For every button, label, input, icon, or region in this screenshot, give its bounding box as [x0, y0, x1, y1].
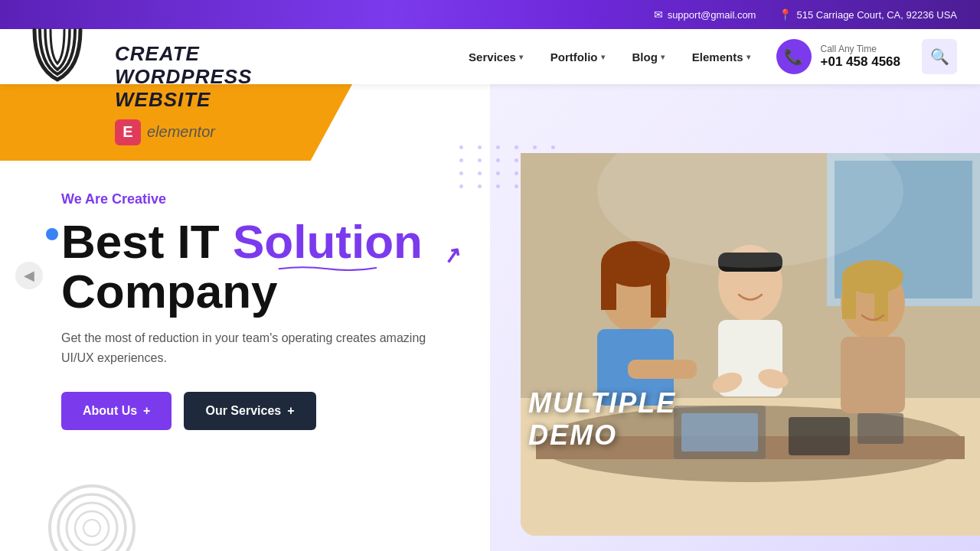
- address-text: 515 Carriage Court, CA, 92236 USA: [796, 9, 957, 21]
- about-plus-icon: +: [143, 404, 150, 418]
- phone-text-block: Call Any Time +01 458 4568: [821, 44, 900, 70]
- svg-rect-10: [601, 264, 616, 310]
- blue-dot-decoration: [46, 228, 58, 240]
- email-address: support@gmail.com: [668, 9, 756, 21]
- hero-title-highlight: Solution ↗: [233, 217, 423, 266]
- nav-blog[interactable]: Blog ▾: [622, 44, 675, 70]
- svg-rect-22: [874, 276, 888, 321]
- elements-chevron-icon: ▾: [746, 53, 750, 61]
- hero-title-part2: Company: [61, 265, 277, 318]
- services-plus-icon: +: [287, 404, 294, 418]
- call-any-time-label: Call Any Time: [821, 44, 900, 54]
- about-us-button[interactable]: About Us +: [61, 392, 172, 430]
- hero-description: Get the most of reduction in your team's…: [61, 328, 429, 367]
- svg-rect-13: [628, 360, 697, 379]
- our-services-button[interactable]: Our Services +: [184, 392, 315, 430]
- banner-title: CREATE WORDPRESS WEBSITE: [115, 43, 322, 112]
- svg-rect-11: [651, 264, 666, 318]
- logo-icon: [23, 22, 92, 91]
- phone-icon: 📞: [776, 39, 812, 74]
- logo-area: [23, 29, 92, 84]
- email-icon: ✉: [654, 8, 663, 21]
- email-contact: ✉ support@gmail.com: [654, 8, 756, 21]
- services-chevron-icon: ▾: [519, 53, 523, 61]
- svg-rect-23: [841, 337, 905, 413]
- hero-subtitle: We Are Creative: [61, 191, 482, 207]
- svg-point-32: [75, 511, 109, 545]
- nav-services[interactable]: Services ▾: [458, 44, 534, 70]
- underline-decoration: [233, 265, 423, 271]
- hero-image: [521, 153, 980, 536]
- portfolio-chevron-icon: ▾: [601, 53, 605, 61]
- top-bar: ✉ support@gmail.com 📍 515 Carriage Court…: [0, 0, 980, 29]
- nav-phone: 📞 Call Any Time +01 458 4568 🔍: [776, 39, 957, 74]
- blog-chevron-icon: ▾: [661, 53, 665, 61]
- hero-title-part1: Best IT: [61, 215, 233, 268]
- team-photo: [521, 153, 980, 536]
- left-nav-arrow[interactable]: ◀: [15, 262, 43, 289]
- nav-portfolio[interactable]: Portfolio ▾: [540, 44, 616, 70]
- phone-number: +01 458 4568: [821, 54, 900, 70]
- svg-rect-24: [789, 417, 850, 455]
- svg-rect-27: [681, 413, 758, 452]
- arrow-decoration: ↗: [442, 243, 463, 268]
- hero-buttons: About Us + Our Services +: [61, 392, 482, 430]
- elementor-icon: E: [115, 119, 141, 145]
- circle-decoration: [46, 482, 138, 551]
- address-contact: 📍 515 Carriage Court, CA, 92236 USA: [779, 8, 957, 21]
- nav-links: Services ▾ Portfolio ▾ Blog ▾ Elements ▾: [458, 44, 760, 70]
- svg-point-33: [83, 520, 100, 536]
- svg-rect-21: [842, 277, 856, 319]
- hero-content: We Are Creative Best IT Solution ↗ Compa…: [61, 191, 482, 430]
- hero-title: Best IT Solution ↗ Company: [61, 217, 482, 316]
- multiple-demo-text: MULTIPLE DEMO: [528, 387, 676, 452]
- nav-elements[interactable]: Elements ▾: [681, 44, 761, 70]
- location-icon: 📍: [779, 8, 792, 21]
- svg-rect-25: [858, 413, 903, 444]
- elementor-label: elementor: [147, 123, 215, 141]
- search-button[interactable]: 🔍: [922, 39, 957, 74]
- elementor-badge: E elementor: [115, 119, 215, 145]
